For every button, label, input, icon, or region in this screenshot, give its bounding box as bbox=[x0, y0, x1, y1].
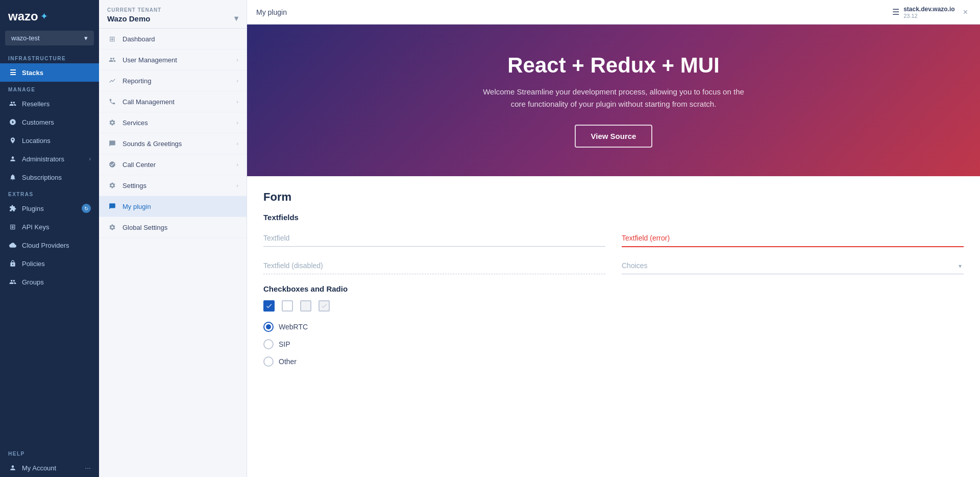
menu-item-call-management[interactable]: Call Management › bbox=[99, 91, 247, 112]
chevron-down-icon: ▾ bbox=[84, 34, 88, 42]
menu-item-label: Call Management bbox=[122, 98, 175, 106]
tenant-name-display: Wazo Demo ▾ bbox=[107, 14, 238, 23]
locations-icon bbox=[8, 136, 17, 145]
textfield-normal-input[interactable] bbox=[263, 230, 605, 247]
menu-item-label: Services bbox=[122, 119, 148, 127]
groups-icon bbox=[8, 277, 17, 287]
radio-group: WebRTC SIP Other bbox=[263, 322, 964, 367]
cloud-providers-icon bbox=[8, 241, 17, 250]
menu-item-label: Global Settings bbox=[122, 224, 167, 231]
topbar: My plugin ☰ stack.dev.wazo.io 23.12 × bbox=[247, 0, 980, 25]
sidebar-item-label: Customers bbox=[22, 118, 54, 126]
chevron-right-icon: › bbox=[236, 57, 238, 63]
menu-item-services[interactable]: Services › bbox=[99, 112, 247, 133]
global-settings-icon bbox=[107, 222, 117, 232]
checkboxes-section-title: Checkboxes and Radio bbox=[263, 284, 964, 293]
tenant-header: Current Tenant Wazo Demo ▾ bbox=[99, 0, 247, 29]
radio-circle-sip bbox=[263, 339, 274, 349]
dashboard-icon: ⊞ bbox=[107, 34, 117, 44]
radio-circle-other bbox=[263, 356, 274, 367]
plugins-badge: ↻ bbox=[82, 204, 91, 213]
sidebar-item-label: Subscriptions bbox=[22, 174, 62, 181]
sidebar-item-customers[interactable]: Customers bbox=[0, 113, 99, 131]
checkbox-2[interactable] bbox=[282, 300, 293, 312]
chevron-right-icon: › bbox=[236, 120, 238, 126]
hero-banner: React + Redux + MUI Welcome Streamline y… bbox=[247, 25, 980, 176]
choices-field: Choices ▾ bbox=[622, 257, 964, 274]
chevron-right-icon: › bbox=[236, 99, 238, 105]
menu-item-global-settings[interactable]: Global Settings bbox=[99, 217, 247, 238]
textfield-error-input[interactable] bbox=[622, 230, 964, 247]
tenant-chevron-icon[interactable]: ▾ bbox=[234, 14, 238, 23]
user-management-icon bbox=[107, 55, 117, 65]
sidebar-item-label: Stacks bbox=[22, 69, 43, 77]
sidebar: wazo ✦ wazo-test ▾ INFRASTRUCTURE ☰ Stac… bbox=[0, 0, 99, 477]
chevron-right-icon: › bbox=[236, 182, 238, 188]
sidebar-item-label: Resellers bbox=[22, 100, 50, 108]
sidebar-item-locations[interactable]: Locations bbox=[0, 131, 99, 150]
view-source-button[interactable]: View Source bbox=[575, 125, 653, 148]
main-content: My plugin ☰ stack.dev.wazo.io 23.12 × Re… bbox=[247, 0, 980, 477]
radio-circle-webrtc bbox=[263, 322, 274, 332]
services-icon bbox=[107, 117, 117, 128]
customers-icon bbox=[8, 117, 17, 127]
sidebar-item-plugins[interactable]: Plugins ↻ bbox=[0, 199, 99, 218]
radio-other[interactable]: Other bbox=[263, 356, 964, 367]
menu-item-user-management[interactable]: User Management › bbox=[99, 50, 247, 70]
sidebar-item-my-account[interactable]: My Account ··· bbox=[0, 459, 99, 477]
reporting-icon bbox=[107, 76, 117, 86]
tenant-name: wazo-test bbox=[11, 34, 40, 42]
menu-item-call-center[interactable]: Call Center › bbox=[99, 154, 247, 175]
my-plugin-icon bbox=[107, 201, 117, 211]
tenant-name-text: Wazo Demo bbox=[107, 14, 150, 23]
textfields-subtitle: Textfields bbox=[263, 213, 964, 222]
sidebar-item-cloud-providers[interactable]: Cloud Providers bbox=[0, 236, 99, 254]
textfield-error-field bbox=[622, 230, 964, 247]
textfield-disabled-field bbox=[263, 257, 605, 274]
sidebar-item-policies[interactable]: Policies bbox=[0, 254, 99, 273]
checkbox-1[interactable] bbox=[263, 300, 275, 312]
textfield-normal-field bbox=[263, 230, 605, 247]
menu-item-dashboard[interactable]: ⊞ Dashboard bbox=[99, 29, 247, 50]
radio-label-sip: SIP bbox=[279, 340, 290, 348]
tenant-selector[interactable]: wazo-test ▾ bbox=[5, 31, 94, 45]
stack-url: stack.dev.wazo.io bbox=[903, 6, 954, 13]
section-label-infrastructure: INFRASTRUCTURE bbox=[0, 51, 99, 63]
menu-item-my-plugin[interactable]: My plugin bbox=[99, 196, 247, 217]
chevron-right-icon: › bbox=[236, 140, 238, 147]
sidebar-item-stacks[interactable]: ☰ Stacks bbox=[0, 63, 99, 82]
menu-item-sounds-greetings[interactable]: Sounds & Greetings › bbox=[99, 133, 247, 154]
radio-sip[interactable]: SIP bbox=[263, 339, 964, 349]
section-label-help: HELP bbox=[0, 446, 99, 459]
textfields-row-2: Choices ▾ bbox=[263, 257, 964, 274]
sidebar-item-groups[interactable]: Groups bbox=[0, 273, 99, 291]
sidebar-item-resellers[interactable]: Resellers bbox=[0, 94, 99, 113]
close-button[interactable]: × bbox=[960, 7, 971, 18]
menu-item-reporting[interactable]: Reporting › bbox=[99, 70, 247, 91]
settings-icon bbox=[107, 180, 117, 190]
chevron-right-icon: › bbox=[89, 156, 91, 162]
sidebar-item-label: Locations bbox=[22, 137, 51, 145]
topbar-right: ☰ stack.dev.wazo.io 23.12 × bbox=[892, 6, 971, 19]
call-center-icon bbox=[107, 159, 117, 170]
radio-webrtc[interactable]: WebRTC bbox=[263, 322, 964, 332]
topbar-title: My plugin bbox=[256, 8, 287, 16]
choices-select[interactable]: Choices bbox=[622, 257, 964, 274]
middle-panel: Current Tenant Wazo Demo ▾ ⊞ Dashboard U… bbox=[99, 0, 247, 477]
chevron-right-icon: › bbox=[236, 78, 238, 84]
plugins-icon bbox=[8, 204, 17, 213]
sidebar-item-api-keys[interactable]: ⊞ API Keys bbox=[0, 218, 99, 236]
hero-title: React + Redux + MUI bbox=[267, 53, 960, 78]
sidebar-item-administrators[interactable]: Administrators › bbox=[0, 150, 99, 168]
textfields-row-1 bbox=[263, 230, 964, 247]
menu-item-settings[interactable]: Settings › bbox=[99, 175, 247, 196]
logo-area: wazo ✦ bbox=[0, 0, 99, 31]
form-section: Form Textfields Choices ▾ Checkboxes and bbox=[247, 176, 980, 477]
current-tenant-label: Current Tenant bbox=[107, 7, 238, 13]
stack-lines-icon: ☰ bbox=[892, 7, 899, 17]
menu-item-label: My plugin bbox=[122, 203, 151, 210]
more-dots-icon: ··· bbox=[85, 464, 91, 472]
logo-bird-icon: ✦ bbox=[40, 11, 48, 22]
sidebar-item-subscriptions[interactable]: Subscriptions bbox=[0, 168, 99, 186]
logo-text: wazo bbox=[8, 9, 38, 23]
